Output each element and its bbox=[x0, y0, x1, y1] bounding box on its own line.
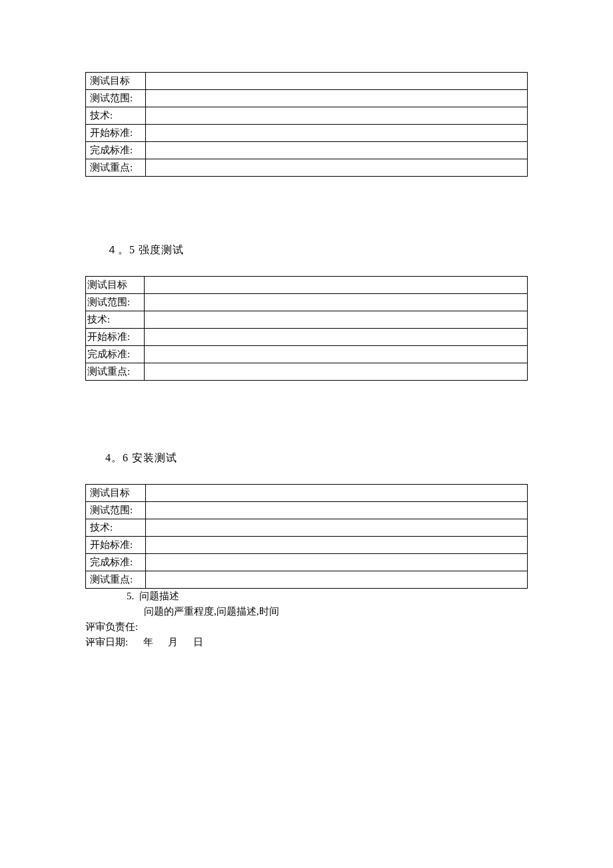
row-value bbox=[146, 73, 528, 90]
table-row: 完成标准: bbox=[86, 346, 528, 363]
row-value bbox=[146, 519, 528, 537]
row-label: 完成标准: bbox=[86, 554, 146, 571]
review-date: 评审日期: 年 月 日 bbox=[85, 636, 528, 649]
table-row: 测试目标 bbox=[86, 277, 528, 294]
row-value bbox=[146, 502, 528, 519]
test-table-1: 测试目标 测试范围: 技术: 开始标准: 完成标准: 测试重点: bbox=[85, 72, 528, 177]
row-label: 完成标准: bbox=[86, 346, 145, 363]
row-value bbox=[145, 363, 528, 381]
row-value bbox=[146, 485, 528, 502]
table-row: 测试范围: bbox=[86, 294, 528, 311]
section-5-title: 5. 问题描述 bbox=[127, 590, 528, 603]
row-label: 测试范围: bbox=[86, 294, 145, 311]
row-label: 测试目标 bbox=[86, 277, 145, 294]
table-row: 技术: bbox=[86, 519, 528, 537]
row-value bbox=[145, 277, 528, 294]
section-5: 5. 问题描述 问题的严重程度,问题描述,时间 bbox=[85, 590, 528, 618]
table-row: 测试范围: bbox=[86, 502, 528, 519]
table-row: 完成标准: bbox=[86, 142, 528, 159]
row-value bbox=[146, 159, 528, 177]
test-table-2: 测试目标 测试范围: 技术: 开始标准: 完成标准: 测试重点: bbox=[85, 276, 528, 381]
row-label: 测试范围: bbox=[86, 502, 146, 519]
table-row: 测试范围: bbox=[86, 90, 528, 107]
section-heading-45: ４。5 强度测试 bbox=[107, 243, 528, 257]
table-row: 开始标准: bbox=[86, 537, 528, 554]
row-value bbox=[146, 554, 528, 571]
row-value bbox=[146, 125, 528, 142]
table-row: 开始标准: bbox=[86, 329, 528, 346]
review-responsible: 评审负责任: bbox=[85, 621, 528, 633]
table-row: 测试重点: bbox=[86, 571, 528, 589]
row-label: 技术: bbox=[86, 519, 146, 537]
table-row: 测试重点: bbox=[86, 363, 528, 381]
row-value bbox=[146, 142, 528, 159]
row-value bbox=[146, 90, 528, 107]
row-label: 技术: bbox=[86, 107, 146, 125]
row-label: 开始标准: bbox=[86, 329, 145, 346]
section-5-desc: 问题的严重程度,问题描述,时间 bbox=[144, 605, 528, 618]
row-value bbox=[146, 571, 528, 589]
row-value bbox=[145, 346, 528, 363]
row-label: 完成标准: bbox=[86, 142, 146, 159]
row-value bbox=[146, 537, 528, 554]
section-heading-46: 4。6 安装测试 bbox=[105, 451, 528, 465]
test-table-3: 测试目标 测试范围: 技术: 开始标准: 完成标准: 测试重点: bbox=[85, 484, 528, 589]
row-label: 测试目标 bbox=[86, 485, 146, 502]
row-value bbox=[145, 311, 528, 329]
row-value bbox=[146, 107, 528, 125]
row-label: 开始标准: bbox=[86, 125, 146, 142]
row-label: 测试目标 bbox=[86, 73, 146, 90]
row-value bbox=[145, 294, 528, 311]
row-label: 测试重点: bbox=[86, 571, 146, 589]
table-row: 测试目标 bbox=[86, 485, 528, 502]
table-row: 开始标准: bbox=[86, 125, 528, 142]
table-row: 技术: bbox=[86, 311, 528, 329]
row-label: 测试范围: bbox=[86, 90, 146, 107]
table-row: 完成标准: bbox=[86, 554, 528, 571]
row-label: 开始标准: bbox=[86, 537, 146, 554]
row-value bbox=[145, 329, 528, 346]
row-label: 技术: bbox=[86, 311, 145, 329]
row-label: 测试重点: bbox=[86, 159, 146, 177]
row-label: 测试重点: bbox=[86, 363, 145, 381]
table-row: 技术: bbox=[86, 107, 528, 125]
table-row: 测试目标 bbox=[86, 73, 528, 90]
table-row: 测试重点: bbox=[86, 159, 528, 177]
